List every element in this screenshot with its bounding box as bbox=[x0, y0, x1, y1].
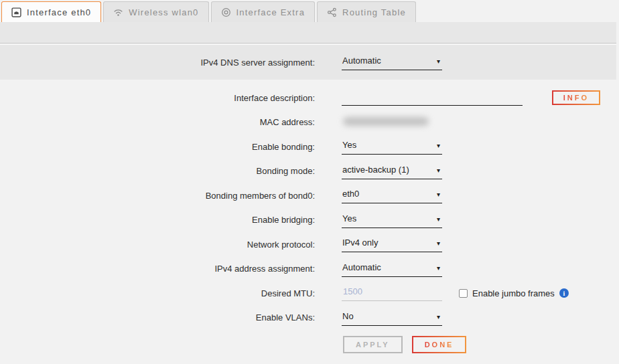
chevron-down-icon bbox=[437, 262, 440, 272]
enable-bonding-value: Yes bbox=[342, 140, 356, 150]
info-circle-icon[interactable] bbox=[559, 288, 569, 298]
tab-label: Routing Table bbox=[342, 7, 406, 17]
mtu-label: Desired MTU: bbox=[0, 288, 315, 298]
chevron-down-icon bbox=[437, 165, 440, 175]
chevron-down-icon bbox=[437, 213, 440, 223]
info-button-label: INFO bbox=[563, 94, 589, 102]
mac-address-label: MAC address: bbox=[0, 117, 315, 127]
ethernet-icon bbox=[11, 7, 21, 17]
done-button-label: DONE bbox=[425, 341, 454, 349]
tab-routing-table[interactable]: Routing Table bbox=[317, 1, 416, 22]
dns-section: IPv4 DNS server assignment: Automatic bbox=[0, 44, 616, 80]
tab-wireless-wlan0[interactable]: Wireless wlan0 bbox=[103, 1, 208, 22]
ipv4-assignment-value: Automatic bbox=[342, 262, 381, 272]
chevron-down-icon bbox=[437, 238, 440, 248]
network-protocol-value: IPv4 only bbox=[342, 238, 378, 248]
ipv4-assignment-row: IPv4 address assignment: Automatic bbox=[0, 257, 619, 282]
bonding-members-label: Bonding members of bond0: bbox=[0, 191, 315, 201]
tab-interface-eth0[interactable]: Interface eth0 bbox=[1, 1, 101, 22]
tab-label: Interface Extra bbox=[236, 7, 305, 17]
dns-assignment-select[interactable]: Automatic bbox=[342, 54, 442, 70]
ipv4-assignment-select[interactable]: Automatic bbox=[342, 261, 442, 277]
mtu-row: Desired MTU: Enable jumbo frames bbox=[0, 281, 619, 306]
enable-bonding-label: Enable bonding: bbox=[0, 142, 315, 152]
enable-bridging-select[interactable]: Yes bbox=[342, 212, 442, 228]
ipv4-assignment-label: IPv4 address assignment: bbox=[0, 264, 315, 274]
description-label: Interface description: bbox=[0, 93, 315, 103]
enable-bridging-value: Yes bbox=[342, 213, 356, 223]
info-button[interactable]: INFO bbox=[552, 90, 600, 105]
network-protocol-label: Network protocol: bbox=[0, 240, 315, 250]
bonding-mode-row: Bonding mode: active-backup (1) bbox=[0, 159, 619, 184]
chevron-down-icon bbox=[437, 189, 440, 199]
mac-address-redacted-value bbox=[343, 117, 429, 126]
enable-bridging-label: Enable bridging: bbox=[0, 215, 315, 225]
enable-bonding-row: Enable bonding: Yes bbox=[0, 134, 619, 159]
tab-label: Wireless wlan0 bbox=[129, 7, 198, 17]
action-buttons: APPLY DONE bbox=[343, 336, 619, 353]
bonding-members-row: Bonding members of bond0: eth0 bbox=[0, 183, 619, 208]
network-protocol-select[interactable]: IPv4 only bbox=[342, 236, 442, 252]
interface-form: Interface description: INFO MAC address:… bbox=[0, 80, 619, 353]
dns-assignment-row: IPv4 DNS server assignment: Automatic bbox=[0, 54, 616, 70]
chevron-down-icon bbox=[437, 56, 440, 66]
tab-interface-extra[interactable]: Interface Extra bbox=[211, 1, 316, 22]
mtu-input bbox=[342, 285, 442, 301]
tab-bar: Interface eth0 Wireless wlan0 Interface … bbox=[1, 1, 619, 22]
jumbo-frames-label: Enable jumbo frames bbox=[472, 288, 555, 298]
enable-vlans-value: No bbox=[342, 311, 354, 321]
jumbo-frames-checkbox[interactable] bbox=[459, 289, 468, 298]
bonding-mode-label: Bonding mode: bbox=[0, 166, 315, 176]
mac-address-row: MAC address: bbox=[0, 110, 619, 135]
enable-bonding-select[interactable]: Yes bbox=[342, 139, 442, 155]
chevron-down-icon bbox=[437, 311, 440, 321]
dns-assignment-value: Automatic bbox=[342, 56, 381, 66]
share-nodes-icon bbox=[327, 7, 337, 17]
bonding-mode-select[interactable]: active-backup (1) bbox=[342, 163, 442, 179]
bullseye-icon bbox=[221, 7, 231, 17]
network-protocol-row: Network protocol: IPv4 only bbox=[0, 232, 619, 257]
enable-bridging-row: Enable bridging: Yes bbox=[0, 208, 619, 233]
description-row: Interface description: INFO bbox=[0, 86, 619, 110]
bonding-members-select[interactable]: eth0 bbox=[342, 187, 442, 203]
bonding-mode-value: active-backup (1) bbox=[342, 165, 409, 175]
enable-vlans-label: Enable VLANs: bbox=[0, 312, 315, 323]
description-input[interactable] bbox=[342, 90, 523, 106]
top-spacer-band bbox=[0, 22, 616, 43]
tab-label: Interface eth0 bbox=[27, 7, 91, 17]
bonding-members-value: eth0 bbox=[342, 189, 359, 199]
enable-vlans-select[interactable]: No bbox=[342, 310, 442, 326]
apply-button[interactable]: APPLY bbox=[343, 336, 403, 353]
done-button[interactable]: DONE bbox=[412, 336, 467, 353]
jumbo-frames-group: Enable jumbo frames bbox=[459, 288, 569, 298]
dns-assignment-label: IPv4 DNS server assignment: bbox=[0, 58, 315, 68]
wifi-icon bbox=[113, 7, 123, 17]
enable-vlans-row: Enable VLANs: No bbox=[0, 306, 619, 331]
chevron-down-icon bbox=[437, 140, 440, 150]
